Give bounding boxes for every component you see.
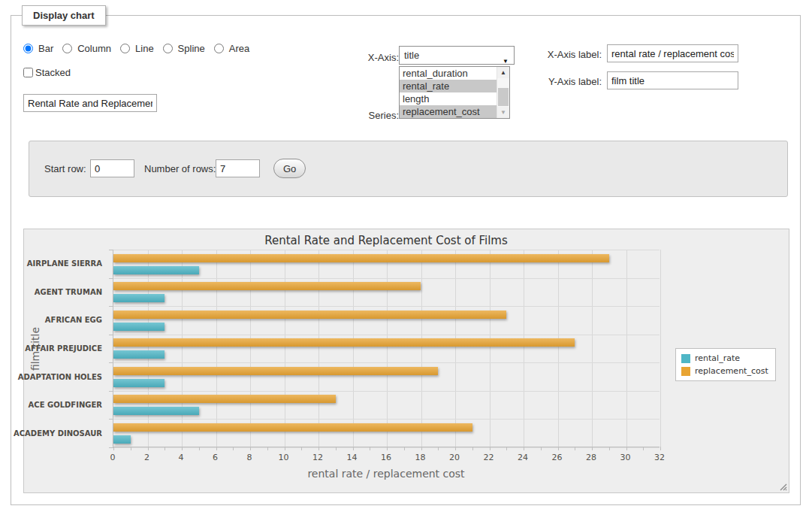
gridline	[318, 250, 319, 447]
x-tick-label: 20	[439, 453, 469, 462]
axis-tick	[148, 447, 149, 450]
scroll-down-icon[interactable]: ▼	[497, 107, 509, 118]
gridline	[353, 250, 354, 447]
x-tick-label: 14	[337, 453, 367, 462]
radio-line-label[interactable]: Line	[135, 43, 154, 54]
gridline	[113, 250, 660, 250]
category-label: AIRPLANE SIERRA	[47, 250, 107, 278]
series-option-rental_duration[interactable]: rental_duration	[400, 67, 497, 80]
x-tick-label: 26	[542, 453, 572, 462]
radio-bar-label[interactable]: Bar	[38, 43, 53, 54]
series-option-length[interactable]: length	[400, 92, 497, 105]
axis-tick	[609, 447, 610, 450]
gridline	[113, 419, 660, 420]
start-row-input[interactable]	[90, 159, 134, 177]
gridline	[524, 250, 524, 447]
gridline	[660, 250, 661, 447]
legend-swatch-icon	[681, 354, 690, 363]
x-tick-label: 30	[611, 453, 641, 462]
chart-bar-rental_rate	[113, 323, 165, 331]
go-button[interactable]: Go	[273, 159, 306, 178]
category-label: ADAPTATION HOLES	[47, 362, 107, 391]
chart-bar-rental_rate	[113, 350, 165, 359]
series-scrollbar[interactable]: ▲ ▼	[497, 67, 509, 118]
num-rows-label: Number of rows:	[144, 163, 216, 174]
category-label: AFRICAN EGG	[47, 306, 107, 335]
row-range-panel: Start row: Number of rows: Go	[29, 141, 788, 197]
legend-label: replacement_cost	[695, 366, 768, 376]
chart-bar-replacement_cost	[113, 311, 506, 319]
scrollbar-thumb[interactable]	[498, 88, 509, 106]
category-label: AFFAIR PREJUDICE	[47, 335, 107, 363]
chart-bar-rental_rate	[113, 294, 165, 302]
series-option-rental_rate[interactable]: rental_rate	[400, 80, 497, 92]
chart-panel: Rental Rate and Replacement Cost of Film…	[23, 229, 789, 493]
chart-bar-rental_rate	[113, 435, 131, 444]
radio-line[interactable]	[120, 44, 130, 53]
resize-handle-icon[interactable]	[778, 482, 787, 491]
gridline	[250, 250, 251, 447]
axis-tick	[643, 447, 644, 450]
gridline	[182, 250, 183, 447]
radio-area-label[interactable]: Area	[229, 43, 249, 54]
x-tick-label: 6	[201, 453, 231, 462]
axis-tick	[353, 447, 354, 450]
gridline	[113, 306, 660, 307]
chart-title-input[interactable]	[23, 94, 157, 112]
x-axis-label-input[interactable]	[607, 44, 738, 62]
axis-tick	[216, 447, 217, 450]
x-tick-label: 12	[303, 453, 333, 462]
axis-tick	[301, 447, 302, 450]
chart-bar-replacement_cost	[113, 254, 609, 262]
category-label: ACADEMY DINOSAUR	[47, 419, 107, 447]
gridline	[455, 250, 456, 447]
category-label: ACE GOLDFINGER	[47, 391, 107, 420]
axis-tick	[336, 447, 337, 450]
chart-bar-replacement_cost	[113, 367, 438, 375]
axis-tick	[558, 447, 559, 450]
series-listbox[interactable]: rental_durationrental_ratelengthreplacem…	[399, 66, 510, 119]
x-axis-tick-labels: 02468101214161820222426283032	[113, 453, 660, 463]
legend-item-replacement_cost[interactable]: replacement_cost	[681, 366, 768, 376]
legend-swatch-icon	[681, 367, 690, 376]
legend-item-rental_rate[interactable]: rental_rate	[681, 353, 768, 363]
display-chart-fieldset: Display chart Bar Column Line Spline Are…	[11, 15, 801, 505]
axis-tick	[131, 447, 131, 450]
axis-tick	[199, 447, 200, 450]
series-label: Series:	[334, 110, 399, 121]
stacked-label[interactable]: Stacked	[35, 67, 71, 78]
axis-tick	[109, 391, 113, 392]
axis-tick	[113, 447, 114, 450]
axis-tick	[165, 447, 165, 450]
y-category-labels: AIRPLANE SIERRAAGENT TRUMANAFRICAN EGGAF…	[47, 250, 107, 447]
axis-tick	[250, 447, 251, 450]
scroll-up-icon[interactable]: ▲	[497, 67, 509, 78]
gridline	[113, 391, 660, 392]
x-axis-select[interactable]: title ▼	[399, 46, 515, 65]
x-tick-label: 4	[166, 453, 196, 462]
radio-column[interactable]	[62, 44, 72, 53]
stacked-checkbox[interactable]	[23, 68, 33, 77]
radio-area[interactable]	[214, 44, 224, 53]
radio-spline[interactable]	[163, 44, 173, 53]
radio-column-label[interactable]: Column	[77, 43, 111, 54]
radio-bar[interactable]	[23, 44, 33, 53]
chart-bar-replacement_cost	[113, 338, 575, 347]
chart-bar-replacement_cost	[113, 282, 421, 290]
x-tick-label: 28	[576, 453, 606, 462]
axis-tick	[109, 306, 113, 307]
axis-tick	[455, 447, 456, 450]
x-tick-label: 2	[132, 453, 162, 462]
gridline	[113, 362, 660, 363]
axis-tick	[575, 447, 575, 450]
y-axis-label-input[interactable]	[607, 71, 738, 89]
axis-tick	[387, 447, 388, 450]
gridline	[387, 250, 388, 447]
series-option-replacement_cost[interactable]: replacement_cost	[400, 105, 497, 118]
gridline	[421, 250, 422, 447]
y-axis-label-label: Y-Axis label:	[530, 76, 602, 87]
num-rows-input[interactable]	[216, 159, 260, 177]
chart-bar-replacement_cost	[113, 395, 336, 403]
radio-spline-label[interactable]: Spline	[178, 43, 205, 54]
x-tick-label: 0	[98, 453, 128, 462]
